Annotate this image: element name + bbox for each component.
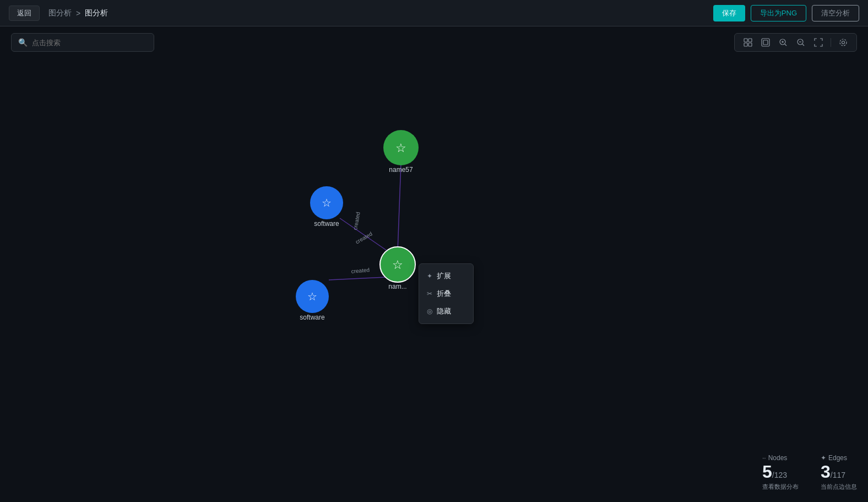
- edges-value: 3/117: [821, 463, 845, 481]
- svg-text:☆: ☆: [392, 258, 403, 272]
- svg-rect-0: [744, 39, 747, 42]
- search-bar: 🔍: [11, 33, 154, 52]
- edges-sub-link[interactable]: 当前点边信息: [821, 483, 857, 491]
- node-software1[interactable]: ☆: [310, 186, 343, 219]
- context-menu-collapse-label: 折叠: [437, 289, 451, 299]
- svg-line-17: [329, 277, 386, 280]
- svg-rect-5: [763, 40, 768, 45]
- clear-button[interactable]: 清空分析: [812, 5, 859, 21]
- node-label-software1: software: [314, 220, 339, 228]
- breadcrumb-part1: 图分析: [48, 8, 72, 18]
- nodes-value: 5/123: [762, 463, 787, 481]
- fit-button[interactable]: [758, 37, 773, 48]
- svg-rect-4: [762, 39, 769, 46]
- svg-text:☆: ☆: [395, 141, 406, 155]
- node-label-name-center: nam...: [388, 283, 406, 290]
- canvas-area[interactable]: created created created ☆ name57 ☆ softw…: [0, 26, 868, 502]
- expand-icon: ✦: [427, 272, 432, 280]
- context-menu-hide[interactable]: ◎ 隐藏: [419, 303, 473, 320]
- svg-line-9: [785, 44, 786, 46]
- zoom-out-button[interactable]: [793, 37, 809, 48]
- node-label-name57: name57: [389, 166, 413, 174]
- header-actions: 保存 导出为PNG 清空分析: [713, 5, 859, 21]
- edge-label-created2: created: [355, 231, 373, 245]
- hide-icon: ◎: [427, 307, 432, 315]
- edges-stat: ✦ Edges 3/117 当前点边信息: [821, 454, 857, 491]
- svg-text:☆: ☆: [307, 290, 317, 303]
- export-button[interactable]: 导出为PNG: [751, 5, 806, 21]
- svg-rect-2: [744, 43, 747, 46]
- nodes-sub-link[interactable]: 查看数据分布: [762, 483, 799, 491]
- context-menu-hide-label: 隐藏: [437, 306, 451, 316]
- context-menu: ✦ 扩展 ✂ 折叠 ◎ 隐藏: [419, 263, 474, 324]
- node-name-center[interactable]: ☆: [380, 247, 415, 282]
- svg-rect-3: [748, 43, 752, 46]
- stats-panel: ·· Nodes 5/123 查看数据分布 ✦ Edges 3/117 当前点边…: [762, 454, 857, 491]
- svg-line-15: [398, 163, 401, 251]
- context-menu-expand-label: 扩展: [437, 271, 451, 281]
- breadcrumb-sep: >: [76, 9, 80, 18]
- save-button[interactable]: 保存: [713, 5, 745, 21]
- context-menu-expand[interactable]: ✦ 扩展: [419, 267, 473, 285]
- svg-line-12: [802, 44, 804, 46]
- toolbar-right: [734, 33, 857, 52]
- collapse-icon: ✂: [427, 290, 432, 298]
- node-name57[interactable]: ☆: [383, 130, 419, 165]
- breadcrumb: 图分析 > 图分析: [48, 8, 108, 18]
- edges-label: ✦ Edges: [821, 454, 847, 462]
- search-icon: 🔍: [18, 38, 28, 47]
- nodes-label: ·· Nodes: [762, 454, 787, 462]
- node-software2[interactable]: ☆: [296, 280, 329, 313]
- nodes-stat: ·· Nodes 5/123 查看数据分布: [762, 454, 799, 491]
- breadcrumb-current: 图分析: [85, 8, 108, 18]
- search-input[interactable]: [32, 39, 147, 47]
- fullscreen-button[interactable]: [811, 37, 826, 48]
- svg-text:☆: ☆: [322, 197, 332, 209]
- svg-rect-1: [748, 39, 752, 42]
- node-label-software2: software: [300, 314, 325, 321]
- settings-button[interactable]: [836, 37, 851, 48]
- context-menu-collapse[interactable]: ✂ 折叠: [419, 285, 473, 303]
- zoom-in-button[interactable]: [775, 37, 791, 48]
- svg-point-13: [842, 41, 845, 44]
- back-button[interactable]: 返回: [9, 6, 40, 21]
- edge-label-created3: created: [351, 267, 370, 274]
- toolbar-divider: [831, 38, 831, 47]
- svg-point-14: [840, 39, 847, 46]
- layout-button[interactable]: [740, 37, 756, 48]
- header: 返回 图分析 > 图分析 保存 导出为PNG 清空分析: [0, 0, 868, 26]
